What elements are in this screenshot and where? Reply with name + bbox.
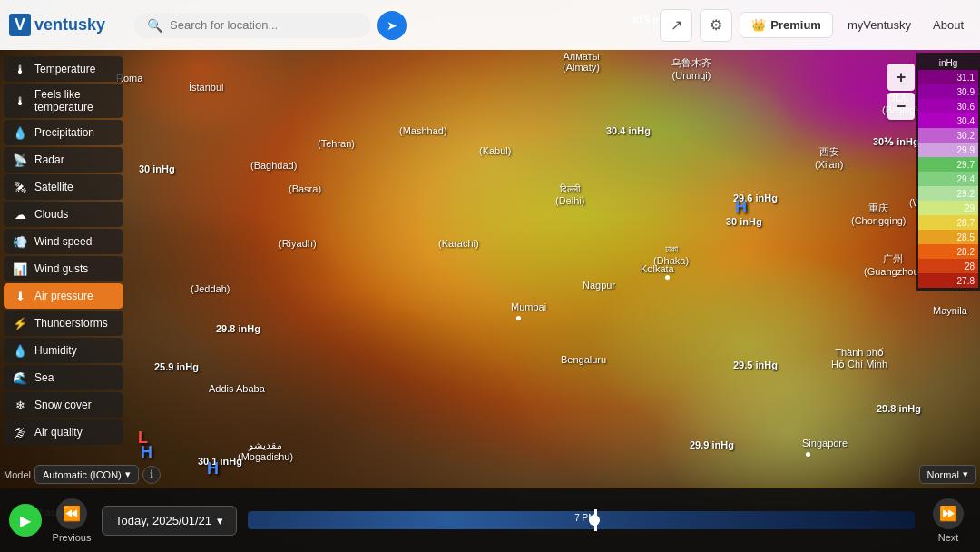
normal-dropdown[interactable]: Normal ▾: [919, 465, 976, 484]
model-label: Model: [4, 469, 31, 480]
timeline-track[interactable]: 7 PM: [248, 511, 915, 529]
sidebar-item-precipitation[interactable]: 💧Precipitation: [4, 120, 123, 145]
normal-selector: Normal ▾: [919, 465, 976, 484]
sidebar-item-label: Air pressure: [34, 290, 93, 302]
next-label: Next: [938, 532, 959, 543]
next-button[interactable]: ⏩ Next: [926, 498, 971, 543]
wind-gusts-icon: 📊: [13, 261, 27, 276]
legend-row-28.5: 28.5: [918, 230, 978, 244]
sidebar-item-satellite[interactable]: 🛰Satellite: [4, 174, 123, 200]
sidebar-item-wind-speed[interactable]: 💨Wind speed: [4, 229, 123, 254]
logo-v: V: [9, 14, 31, 36]
sidebar-item-label: Feels like temperature: [34, 88, 114, 113]
sidebar-item-radar[interactable]: 📡Radar: [4, 147, 123, 172]
normal-value: Normal: [927, 469, 959, 480]
date-chevron-icon: ▾: [217, 514, 223, 527]
sidebar-item-label: Radar: [34, 153, 64, 166]
locate-button[interactable]: ➤: [377, 11, 407, 40]
legend-row-31.1: 31.1: [918, 70, 978, 84]
change-date-button[interactable]: Today, 2025/01/21 ▾: [102, 506, 237, 536]
about-link[interactable]: About: [926, 13, 971, 37]
navbar: V ventusky 🔍 ➤ ↗ ⚙ 👑 Premium myVentusky …: [0, 0, 980, 50]
legend: inHg 31.130.930.630.430.229.929.729.429.…: [916, 53, 980, 291]
premium-label: Premium: [770, 18, 821, 32]
play-icon: ▶: [20, 512, 31, 529]
sidebar-item-label: Temperature: [34, 63, 95, 75]
prev-arrow-icon: ⏪: [56, 498, 87, 529]
legend-row-28: 28: [918, 259, 978, 273]
search-bar[interactable]: 🔍: [134, 13, 370, 38]
crown-icon: 👑: [751, 18, 766, 32]
settings-icon: ⚙: [710, 16, 722, 34]
sidebar-item-air-quality[interactable]: 🌫Air quality: [4, 419, 123, 445]
legend-value: 28.5: [957, 232, 975, 242]
legend-row-29.7: 29.7: [918, 157, 978, 172]
legend-row-28.2: 28.2: [918, 244, 978, 259]
legend-value: 29.2: [957, 189, 975, 199]
next-arrow-icon: ⏩: [933, 498, 964, 529]
model-dropdown[interactable]: Automatic (ICON) ▾: [34, 465, 139, 484]
zoom-out-button[interactable]: −: [887, 93, 915, 120]
radar-icon: 📡: [13, 153, 27, 167]
legend-value: 29.7: [957, 160, 975, 170]
legend-value: 27.8: [957, 276, 975, 286]
sidebar-item-air-pressure[interactable]: ⬇Air pressure: [4, 283, 123, 309]
sidebar-item-snow-cover[interactable]: ❄Snow cover: [4, 392, 123, 418]
sidebar-item-label: Air quality: [34, 426, 83, 439]
zoom-controls: + −: [887, 64, 915, 120]
model-chevron-icon: ▾: [125, 468, 131, 480]
search-icon: 🔍: [147, 18, 162, 33]
sidebar-item-sea[interactable]: 🌊Sea: [4, 365, 123, 390]
legend-row-29.2: 29.2: [918, 186, 978, 201]
model-value: Automatic (ICON): [43, 469, 122, 480]
logo[interactable]: V ventusky: [9, 14, 127, 36]
legend-value: 29.4: [957, 174, 975, 184]
sidebar-item-label: Precipitation: [34, 126, 94, 139]
sidebar: 🌡Temperature🌡Feels like temperature💧Prec…: [0, 53, 127, 448]
legend-row-30.9: 30.9: [918, 84, 978, 99]
sidebar-item-label: Sea: [34, 371, 54, 384]
myventusky-link[interactable]: myVentusky: [840, 13, 918, 37]
thunderstorms-icon: ⚡: [13, 316, 27, 330]
sidebar-item-wind-gusts[interactable]: 📊Wind gusts: [4, 256, 123, 281]
satellite-icon: 🛰: [13, 180, 27, 194]
feels-like-icon: 🌡: [13, 94, 27, 108]
humidity-icon: 💧: [13, 343, 27, 358]
external-link-icon: ↗: [671, 16, 682, 34]
sea-icon: 🌊: [13, 370, 27, 385]
external-link-button[interactable]: ↗: [660, 9, 692, 42]
legend-bar: 31.130.930.630.430.229.929.729.429.22928…: [918, 70, 978, 288]
sidebar-item-temperature[interactable]: 🌡Temperature: [4, 56, 123, 82]
legend-value: 30.9: [957, 87, 975, 97]
sidebar-item-humidity[interactable]: 💧Humidity: [4, 338, 123, 363]
premium-button[interactable]: 👑 Premium: [740, 12, 833, 38]
legend-value: 29.9: [957, 145, 975, 155]
timeline-time-label: 7 PM: [574, 513, 595, 523]
sidebar-item-clouds[interactable]: ☁Clouds: [4, 202, 123, 227]
zoom-in-button[interactable]: +: [887, 64, 915, 91]
legend-row-30.4: 30.4: [918, 113, 978, 128]
legend-unit: inHg: [918, 56, 978, 70]
snow-cover-icon: ❄: [13, 398, 27, 412]
clouds-icon: ☁: [13, 207, 27, 222]
wind-speed-icon: 💨: [13, 234, 27, 249]
sidebar-item-thunderstorms[interactable]: ⚡Thunderstorms: [4, 310, 123, 336]
search-input[interactable]: [170, 18, 358, 32]
settings-button[interactable]: ⚙: [700, 9, 732, 42]
sidebar-item-label: Wind speed: [34, 235, 92, 248]
bottom-controls: ▶ ⏪ Previous Today, 2025/01/21 ▾ 7 PM ⏩ …: [0, 488, 980, 552]
date-value: Today, 2025/01/21: [115, 514, 211, 527]
timeline[interactable]: 7 PM: [244, 509, 918, 531]
precipitation-icon: 💧: [13, 125, 27, 140]
previous-button[interactable]: ⏪ Previous: [49, 498, 94, 543]
legend-row-30.2: 30.2: [918, 128, 978, 143]
sidebar-item-label: Wind gusts: [34, 262, 88, 275]
legend-value: 30.4: [957, 116, 975, 126]
legend-row-29: 29: [918, 201, 978, 215]
sidebar-item-label: Thunderstorms: [34, 317, 108, 330]
air-quality-icon: 🌫: [13, 425, 27, 439]
sidebar-item-feels-like[interactable]: 🌡Feels like temperature: [4, 84, 123, 118]
legend-row-29.4: 29.4: [918, 172, 978, 186]
model-info-button[interactable]: ℹ: [142, 466, 161, 484]
play-button[interactable]: ▶: [9, 504, 42, 537]
